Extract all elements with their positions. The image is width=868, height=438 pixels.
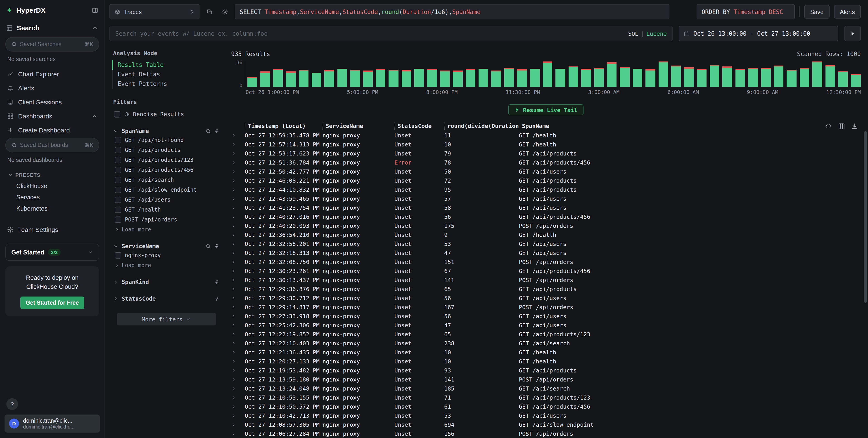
column-duration[interactable]: round(divide(Duration, xyxy=(444,123,519,130)
run-query-button[interactable] xyxy=(844,26,861,41)
filter-option-get-api-slow-endpoint[interactable]: GET /api/slow-endpoint xyxy=(112,185,220,195)
toggle-sql[interactable]: SQL xyxy=(628,30,638,37)
table-row[interactable]: Oct 27 12:19:53.482 PMnginx-proxyUnset93… xyxy=(231,366,861,375)
table-row[interactable]: Oct 27 12:22:10.403 PMnginx-proxyUnset23… xyxy=(231,339,861,347)
saved-dashboards-input[interactable]: Saved Dashboards ⌘K xyxy=(5,138,99,152)
histogram-bar[interactable] xyxy=(736,69,745,87)
columns-settings-icon[interactable] xyxy=(838,123,845,130)
table-row[interactable]: Oct 27 12:10:50.572 PMnginx-proxyUnset61… xyxy=(231,402,861,411)
pin-icon[interactable] xyxy=(214,279,219,284)
table-row[interactable]: Oct 27 12:30:13.437 PMnginx-proxyUnset14… xyxy=(231,275,861,284)
sidebar-item-kubernetes[interactable]: Kubernetes xyxy=(0,203,104,214)
sql-select-editor[interactable]: SELECT Timestamp,ServiceName,StatusCode,… xyxy=(235,4,670,20)
presets-toggle[interactable]: PRESETS xyxy=(0,168,104,180)
row-expand-icon[interactable] xyxy=(231,395,245,400)
histogram-bar[interactable] xyxy=(363,70,373,87)
row-expand-icon[interactable] xyxy=(231,323,245,328)
table-row[interactable]: Oct 27 12:08:57.305 PMnginx-proxyUnset69… xyxy=(231,420,861,429)
pin-icon[interactable] xyxy=(214,243,219,249)
row-expand-icon[interactable] xyxy=(231,133,245,138)
filter-option-get-api-products-456[interactable]: GET /api/products/456 xyxy=(112,165,220,175)
date-range-picker[interactable]: Oct 26 13:00:00 - Oct 27 13:00:00 xyxy=(679,26,838,41)
row-expand-icon[interactable] xyxy=(231,250,245,255)
row-expand-icon[interactable] xyxy=(231,151,245,156)
scrollbar-thumb[interactable] xyxy=(864,131,867,303)
sidebar-item-alerts[interactable]: Alerts xyxy=(0,81,104,95)
histogram-bar[interactable] xyxy=(825,65,835,87)
histogram-bar[interactable] xyxy=(710,65,719,87)
row-expand-icon[interactable] xyxy=(231,196,245,201)
denoise-results-checkbox[interactable]: Denoise Results xyxy=(112,109,220,119)
histogram-bar[interactable] xyxy=(787,70,797,87)
histogram-bar[interactable] xyxy=(658,62,668,87)
analysis-mode-event-deltas[interactable]: Event Deltas xyxy=(112,70,220,79)
sidebar-item-clickhouse[interactable]: ClickHouse xyxy=(0,180,104,192)
sidebar-item-services[interactable]: Services xyxy=(0,192,104,203)
filter-group-servicename[interactable]: ServiceName xyxy=(112,242,220,250)
column-spanname[interactable]: SpanName xyxy=(519,123,825,130)
table-row[interactable]: Oct 27 12:57:14.313 PMnginx-proxyUnset10… xyxy=(231,140,861,149)
table-row[interactable]: Oct 27 12:32:18.313 PMnginx-proxyUnset47… xyxy=(231,248,861,257)
table-row[interactable]: Oct 27 12:25:42.306 PMnginx-proxyUnset47… xyxy=(231,321,861,330)
row-expand-icon[interactable] xyxy=(231,241,245,246)
row-expand-icon[interactable] xyxy=(231,350,245,355)
histogram-bar[interactable] xyxy=(671,66,681,87)
histogram-bar[interactable] xyxy=(286,71,296,87)
code-view-icon[interactable] xyxy=(825,123,832,130)
pin-icon[interactable] xyxy=(214,128,219,134)
row-expand-icon[interactable] xyxy=(231,295,245,300)
histogram-bar[interactable] xyxy=(466,69,475,87)
filter-option-get-api-products[interactable]: GET /api/products xyxy=(112,145,220,155)
histogram-bar[interactable] xyxy=(260,71,270,87)
filter-option-nginx-proxy[interactable]: nginx-proxy xyxy=(112,250,220,260)
column-timestamp[interactable]: Timestamp (Local) xyxy=(245,123,322,130)
histogram-bar[interactable] xyxy=(530,68,539,87)
table-row[interactable]: Oct 27 12:43:59.465 PMnginx-proxyUnset57… xyxy=(231,194,861,203)
resume-live-tail-button[interactable]: Resume Live Tail xyxy=(508,104,584,115)
histogram-bar[interactable] xyxy=(401,70,411,87)
histogram-bar[interactable] xyxy=(607,62,617,87)
table-row[interactable]: Oct 27 12:46:08.221 PMnginx-proxyUnset72… xyxy=(231,176,861,185)
row-expand-icon[interactable] xyxy=(231,386,245,391)
table-row[interactable]: Oct 27 12:32:58.201 PMnginx-proxyUnset53… xyxy=(231,239,861,248)
histogram-bar[interactable] xyxy=(478,68,488,87)
histogram-bar[interactable] xyxy=(273,69,283,87)
row-expand-icon[interactable] xyxy=(231,377,245,382)
row-expand-icon[interactable] xyxy=(231,359,245,364)
histogram-bar[interactable] xyxy=(851,74,861,87)
table-row[interactable]: Oct 27 12:29:36.876 PMnginx-proxyUnset65… xyxy=(231,284,861,293)
servicename-load-more[interactable]: Load more xyxy=(112,260,220,269)
histogram-bar[interactable] xyxy=(722,66,732,87)
table-row[interactable]: Oct 27 12:22:19.852 PMnginx-proxyUnset65… xyxy=(231,330,861,339)
row-expand-icon[interactable] xyxy=(231,368,245,373)
histogram-bar[interactable] xyxy=(440,70,450,87)
table-row[interactable]: Oct 27 12:13:59.180 PMnginx-proxyUnset14… xyxy=(231,375,861,384)
row-expand-icon[interactable] xyxy=(231,178,245,183)
duplicate-source-button[interactable] xyxy=(204,6,215,17)
table-row[interactable]: Oct 27 12:50:42.777 PMnginx-proxyUnset50… xyxy=(231,167,861,176)
column-statuscode[interactable]: StatusCode xyxy=(395,123,444,130)
sidebar-item-chart-explorer[interactable]: Chart Explorer xyxy=(0,67,104,81)
histogram-bar[interactable] xyxy=(838,71,848,87)
histogram-bar[interactable] xyxy=(543,62,553,87)
histogram-bar[interactable] xyxy=(581,68,591,87)
table-row[interactable]: Oct 27 12:41:23.754 PMnginx-proxyUnset58… xyxy=(231,203,861,212)
histogram-bar[interactable] xyxy=(632,68,642,87)
search-input[interactable]: Search your events w/ Lucene ex. column:… xyxy=(110,26,673,41)
histogram-bar[interactable] xyxy=(414,68,424,87)
table-row[interactable]: Oct 27 12:40:27.016 PMnginx-proxyUnset56… xyxy=(231,212,861,221)
sidebar-item-team-settings[interactable]: Team Settings xyxy=(0,223,104,236)
filter-group-spankind[interactable]: SpanKind xyxy=(112,277,220,286)
histogram-bar[interactable] xyxy=(517,69,527,87)
row-expand-icon[interactable] xyxy=(231,413,245,418)
histogram-bar[interactable] xyxy=(504,68,514,87)
table-row[interactable]: Oct 27 12:59:35.478 PMnginx-proxyUnset11… xyxy=(231,131,861,140)
table-row[interactable]: Oct 27 12:44:10.832 PMnginx-proxyUnset95… xyxy=(231,185,861,194)
table-row[interactable]: Oct 27 12:53:17.623 PMnginx-proxyUnset79… xyxy=(231,149,861,158)
table-row[interactable]: Oct 27 12:29:30.712 PMnginx-proxyUnset56… xyxy=(231,293,861,302)
histogram-bar[interactable] xyxy=(376,69,385,87)
download-icon[interactable] xyxy=(851,123,858,130)
row-expand-icon[interactable] xyxy=(231,332,245,337)
histogram-bar[interactable] xyxy=(620,67,630,87)
filter-option-post-api-orders[interactable]: POST /api/orders xyxy=(112,215,220,225)
